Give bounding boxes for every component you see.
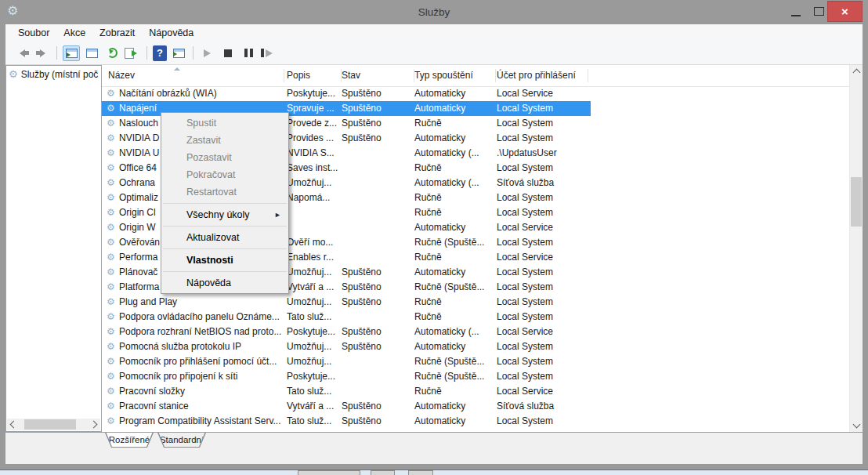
sort-ascending-icon <box>174 67 180 71</box>
close-button[interactable]: × <box>827 1 863 22</box>
service-row[interactable]: ⚙Podpora rozhraní NetBIOS nad proto...Po… <box>102 325 849 339</box>
service-name: Pomocník pro přihlášení pomocí účt... <box>119 354 285 369</box>
service-description: Umožňuj... <box>287 295 340 310</box>
service-row[interactable]: ⚙Pomocník pro přihlášení pomocí účt...Um… <box>102 354 849 369</box>
service-description: Vytváří a ... <box>287 280 340 295</box>
service-gear-icon: ⚙ <box>107 148 115 158</box>
service-description: Provede z... <box>287 116 340 131</box>
show-console-tree-icon[interactable] <box>63 45 80 61</box>
stop-service-icon[interactable] <box>219 45 237 61</box>
service-account: Local System <box>497 131 592 146</box>
maximize-button[interactable] <box>808 0 829 22</box>
column-header-4[interactable]: Účet pro přihlášení <box>497 65 576 86</box>
column-header-0[interactable]: Název <box>108 65 135 86</box>
tree-horizontal-scrollbar[interactable] <box>7 419 100 430</box>
header-divider <box>495 69 496 82</box>
service-description: Saves inst... <box>287 161 340 176</box>
toolbar-separator <box>146 46 147 60</box>
pause-service-icon[interactable] <box>240 45 257 61</box>
header-divider <box>588 69 588 82</box>
context-menu-item-5[interactable]: Všechny úkoly► <box>161 206 288 223</box>
service-account: Local System <box>497 310 592 325</box>
context-menu-label: Pokračovat <box>186 169 236 180</box>
service-gear-icon: ⚙ <box>107 357 115 367</box>
background-dialog-button <box>408 470 433 475</box>
forward-icon[interactable] <box>34 45 51 61</box>
body-area: ⚙ Služby (místní poč NázevPopisStavTyp s… <box>5 65 863 432</box>
service-description: Ověří mo... <box>287 235 340 250</box>
service-account: Local Service <box>497 384 592 399</box>
context-menu-item-7[interactable]: Vlastnosti <box>161 252 288 269</box>
horizontal-scroll-thumb[interactable] <box>24 419 76 430</box>
service-row[interactable]: ⚙Plug and PlayUmožňuj...SpuštěnoRučněLoc… <box>102 295 849 310</box>
minimize-button[interactable] <box>785 0 807 22</box>
service-row[interactable]: ⚙Program Compatibility Assistant Serv...… <box>102 414 849 429</box>
scroll-left-icon[interactable] <box>10 421 18 429</box>
service-name: Podpora ovládacího panelu Oznáme... <box>119 310 285 325</box>
toolbar-separator <box>56 46 57 60</box>
view-tabs: RozšířenéStandardní <box>105 433 206 448</box>
service-row[interactable]: ⚙Pomocná služba protokolu IPUmožňuj...Sp… <box>102 339 849 354</box>
context-menu-label: Nápověda <box>186 277 231 288</box>
service-row[interactable]: ⚙Pracovní staniceVytváří a ...SpuštěnoAu… <box>102 399 849 414</box>
column-header-2[interactable]: Stav <box>342 65 360 86</box>
service-gear-icon: ⚙ <box>107 238 115 248</box>
service-startup: Automaticky <box>414 101 495 116</box>
service-startup: Ručně <box>414 384 495 399</box>
service-description: Tato služ... <box>287 414 340 429</box>
help-icon[interactable] <box>153 45 167 61</box>
scroll-up-icon[interactable] <box>853 69 861 77</box>
back-icon[interactable] <box>13 45 31 61</box>
list-header: NázevPopisStavTyp spouštěníÚčet pro přih… <box>102 65 849 87</box>
footer-tab-0[interactable]: Rozšířené <box>105 433 154 448</box>
scroll-down-icon[interactable] <box>853 421 861 429</box>
service-startup: Ručně <box>414 250 495 265</box>
footer-tab-1[interactable]: Standardní <box>157 433 206 448</box>
context-menu: SpustitZastavitPozastavitPokračovatResta… <box>161 112 289 294</box>
service-gear-icon: ⚙ <box>107 386 115 397</box>
service-row[interactable]: ⚙Načítání obrázků (WIA)Poskytuje...Spušt… <box>102 86 849 101</box>
header-divider <box>341 69 342 82</box>
context-menu-item-8[interactable]: Nápověda <box>161 274 288 292</box>
service-account: Local System <box>497 280 592 295</box>
service-startup: Automaticky (... <box>414 176 495 190</box>
menubar-item-2[interactable]: Zobrazit <box>92 27 142 38</box>
service-description: Poskytuje... <box>287 86 340 101</box>
tree-root-services[interactable]: ⚙ Služby (místní poč <box>6 66 101 82</box>
titlebar[interactable]: ⚙ Služby × <box>0 0 868 24</box>
menubar-item-3[interactable]: Nápověda <box>142 27 201 38</box>
column-header-3[interactable]: Typ spouštění <box>414 65 473 86</box>
header-divider <box>284 69 284 82</box>
tree-root-label: Služby (místní poč <box>21 69 99 80</box>
restart-service-icon[interactable] <box>260 45 277 61</box>
refresh-icon[interactable] <box>103 45 121 61</box>
context-menu-item-6[interactable]: Aktualizovat <box>161 229 288 246</box>
export-list-icon[interactable] <box>124 45 141 61</box>
service-startup: Automaticky <box>414 414 495 429</box>
menubar-item-0[interactable]: Soubor <box>11 27 56 38</box>
service-description: Umožňuj... <box>287 265 340 280</box>
background-dialog-button <box>298 470 360 475</box>
window-glyph <box>66 49 78 58</box>
service-description: Tato služ... <box>287 310 340 325</box>
service-row[interactable]: ⚙Pomocník pro připojení k sítiPoskytuje.… <box>102 369 849 384</box>
service-row[interactable]: ⚙Podpora ovládacího panelu Oznáme...Tato… <box>102 310 849 325</box>
menu-separator <box>163 203 287 204</box>
context-menu-label: Pozastavit <box>186 152 232 163</box>
window-glyph <box>173 49 185 58</box>
service-row[interactable]: ⚙Pracovní složkyTato služ...RučněLocal S… <box>102 384 849 399</box>
vertical-scrollbar[interactable] <box>849 65 863 432</box>
show-action-pane-icon[interactable] <box>170 45 187 61</box>
column-header-1[interactable]: Popis <box>287 65 310 86</box>
vertical-scroll-thumb[interactable] <box>851 177 862 227</box>
footer-tab-inner: Rozšířené <box>105 433 154 447</box>
toolbar-separator <box>193 46 193 60</box>
properties-icon[interactable] <box>83 45 100 61</box>
service-startup: Automaticky <box>414 131 495 146</box>
submenu-arrow-icon: ► <box>274 206 281 223</box>
menubar-item-1[interactable]: Akce <box>56 27 92 38</box>
service-status: Spuštěno <box>342 280 413 295</box>
scroll-right-icon[interactable] <box>90 421 98 429</box>
start-service-icon[interactable] <box>199 45 216 61</box>
service-gear-icon: ⚙ <box>107 193 115 203</box>
